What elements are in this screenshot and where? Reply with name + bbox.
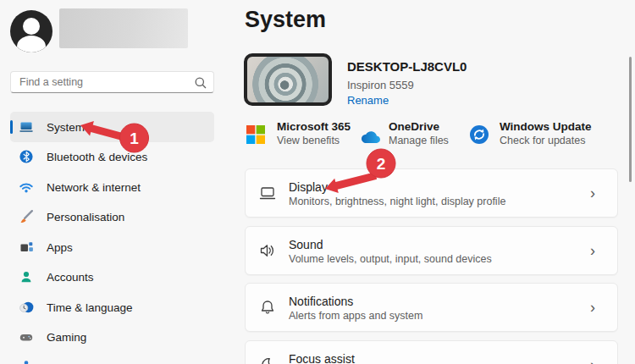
card-title: Focus assist — [289, 352, 355, 364]
gaming-controller-icon — [19, 329, 34, 345]
device-thumbnail — [244, 53, 332, 106]
quick-action-link[interactable]: View benefits — [277, 135, 340, 146]
chevron-right-icon: › — [590, 185, 595, 202]
sidebar-item-label: Gaming — [47, 331, 86, 344]
sidebar-item-bluetooth-devices[interactable]: Bluetooth & devices — [10, 142, 214, 173]
accessibility-icon — [19, 360, 34, 364]
personalisation-brush-icon — [19, 209, 34, 224]
page-title: System — [245, 7, 326, 33]
quick-action-title: Windows Update — [500, 120, 592, 133]
redacted-user-name — [59, 8, 188, 48]
search-input[interactable] — [11, 72, 213, 92]
rename-link[interactable]: Rename — [347, 94, 389, 107]
sidebar-item-time-language[interactable]: Time & language — [10, 292, 214, 323]
sidebar-item-gaming[interactable]: Gaming — [10, 323, 214, 353]
chevron-right-icon: › — [590, 299, 595, 317]
settings-card-list: Display Monitors, brightness, night ligh… — [245, 168, 618, 364]
apps-icon — [19, 240, 34, 255]
card-title: Sound — [289, 238, 323, 251]
card-subtitle: Monitors, brightness, night light, displ… — [289, 196, 505, 207]
card-subtitle: Alerts from apps and system — [289, 310, 422, 322]
card-focus-assist[interactable]: Focus assist Notifications, automatic ru… — [245, 340, 618, 364]
sidebar-item-label: System — [47, 120, 85, 133]
quick-action-link[interactable]: Check for updates — [500, 135, 585, 146]
selected-accent-bar — [10, 120, 13, 134]
sidebar-item-label: Network & internet — [47, 180, 141, 193]
avatar-body-silhouette — [17, 36, 46, 52]
bluetooth-icon — [19, 149, 34, 164]
user-avatar[interactable] — [10, 10, 52, 52]
sidebar-item-label: Apps — [47, 240, 73, 253]
accounts-person-icon — [19, 269, 34, 284]
sidebar-item-label: Personalisation — [47, 211, 124, 223]
sidebar-item-network-internet[interactable]: Network & internet — [10, 172, 214, 202]
sidebar-nav: System Bluetooth & devices Network & int… — [10, 112, 214, 364]
sidebar-item-personalisation[interactable]: Personalisation — [10, 202, 214, 233]
display-icon — [258, 184, 277, 202]
quick-action-link[interactable]: Manage files — [389, 135, 449, 146]
sidebar-item-label: Accessibility — [47, 361, 109, 364]
network-wifi-icon — [19, 179, 34, 195]
card-display[interactable]: Display Monitors, brightness, night ligh… — [245, 168, 618, 218]
card-notifications[interactable]: Notifications Alerts from apps and syste… — [245, 283, 618, 332]
card-subtitle: Volume levels, output, input, sound devi… — [289, 253, 492, 265]
notifications-bell-icon — [258, 298, 277, 317]
onedrive-cloud-icon — [357, 130, 381, 145]
quick-action-title: Microsoft 365 — [277, 120, 351, 133]
windows-update-icon — [469, 124, 489, 145]
sidebar-item-label: Bluetooth & devices — [47, 151, 147, 163]
chevron-right-icon: › — [590, 356, 595, 364]
card-sound[interactable]: Sound Volume levels, output, input, soun… — [245, 226, 618, 275]
sidebar-item-label: Time & language — [47, 301, 133, 313]
search-box[interactable] — [10, 71, 214, 93]
card-title: Notifications — [289, 295, 353, 308]
search-icon — [194, 76, 207, 90]
quick-action-title: OneDrive — [389, 120, 439, 133]
sidebar-item-label: Accounts — [47, 271, 94, 284]
time-language-icon — [19, 300, 34, 315]
microsoft-logo-icon — [246, 124, 266, 145]
sidebar-item-system[interactable]: System — [10, 112, 214, 142]
card-title: Display — [289, 180, 328, 194]
sidebar-item-apps[interactable]: Apps — [10, 232, 214, 262]
chevron-right-icon: › — [590, 241, 595, 259]
scrollbar-thumb[interactable] — [629, 57, 632, 182]
device-name: DESKTOP-LJ8CVL0 — [347, 59, 467, 74]
sidebar-item-accessibility[interactable]: Accessibility — [10, 352, 214, 364]
sidebar-item-accounts[interactable]: Accounts — [10, 262, 214, 293]
sound-speaker-icon — [258, 241, 277, 260]
device-model: Inspiron 5559 — [347, 79, 414, 91]
focus-assist-moon-icon — [258, 356, 277, 364]
avatar-head-silhouette — [23, 18, 40, 35]
system-icon — [19, 119, 34, 135]
